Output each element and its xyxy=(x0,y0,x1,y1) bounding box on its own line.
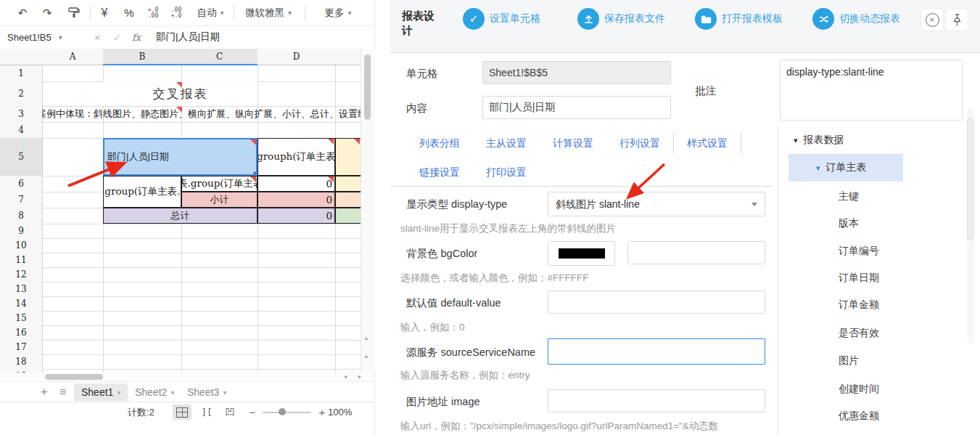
tree-field-create-time[interactable]: 创建时间 xyxy=(839,383,879,396)
undo-button[interactable]: ↶ xyxy=(13,0,32,25)
row-header[interactable]: 17 xyxy=(0,340,43,354)
row-header[interactable]: 9 xyxy=(0,224,43,238)
row-header[interactable]: 12 xyxy=(0,267,43,282)
tree-field-order-amount[interactable]: 订单金额 xyxy=(839,298,879,312)
scroll-up-icon[interactable]: ▴ xyxy=(365,335,368,341)
zoom-out-button[interactable]: − xyxy=(245,404,260,420)
tree-field-image[interactable]: 图片 xyxy=(839,354,859,367)
sheet-tab-1[interactable]: Sheet1▾ xyxy=(74,383,128,401)
freeze-button[interactable]: 凹 xyxy=(221,404,239,420)
tab-print-settings[interactable]: 打印设置 xyxy=(473,161,540,183)
sheet-tab-3[interactable]: Sheet3▾ xyxy=(180,383,234,401)
column-header[interactable]: A xyxy=(42,49,104,65)
zoom-slider-track[interactable] xyxy=(263,412,310,413)
cell-grandtotal[interactable]: 总计 xyxy=(103,208,258,224)
scrollbar-thumb[interactable] xyxy=(364,54,371,120)
tab-calc-settings[interactable]: 计算设置 xyxy=(540,132,606,154)
row-header[interactable]: 1 xyxy=(0,65,43,81)
tab-link-settings[interactable]: 链接设置 xyxy=(406,161,473,183)
decrease-decimal-button[interactable]: .00+.0 xyxy=(165,0,187,25)
row-header[interactable]: 16 xyxy=(0,325,43,340)
default-value-input[interactable] xyxy=(548,290,765,314)
bgcolor-swatch[interactable] xyxy=(548,241,615,266)
toggle-dynamic-report-button[interactable]: 切换动态报表 xyxy=(812,8,900,30)
row-header[interactable]: 2 xyxy=(0,81,43,106)
tree-field-order-date[interactable]: 订单日期 xyxy=(839,272,879,285)
cell-d8[interactable]: 0 xyxy=(258,208,335,224)
row-header[interactable]: 11 xyxy=(0,253,43,267)
cancel-entry-button[interactable]: × xyxy=(94,25,101,49)
number-format-dropdown[interactable]: 自动▾ xyxy=(190,0,231,25)
sheet-tab-2[interactable]: Sheet2▾ xyxy=(128,383,181,401)
cell-note[interactable]: 案例中体现：斜线图片、静态图片、横向扩展、纵向扩展、小计、总计、设置组 xyxy=(42,106,361,122)
row-header[interactable]: 10 xyxy=(0,238,43,253)
open-template-button[interactable]: 打开报表模板 xyxy=(695,8,783,30)
tree-field-discount[interactable]: 优惠金额 xyxy=(839,410,879,423)
cell-e7[interactable] xyxy=(335,192,361,208)
tab-list-group[interactable]: 列表分组 xyxy=(406,132,473,154)
row-header[interactable]: 6 xyxy=(0,176,43,192)
row-header[interactable]: 8 xyxy=(0,208,43,224)
row-header[interactable]: 7 xyxy=(0,192,43,208)
confirm-entry-button[interactable]: ✓ xyxy=(113,25,121,49)
cell-address-input[interactable] xyxy=(482,61,671,84)
column-header[interactable]: D xyxy=(258,49,336,65)
source-service-input[interactable] xyxy=(548,338,765,365)
currency-format-button[interactable]: ¥ xyxy=(94,0,115,25)
add-sheet-button[interactable]: + xyxy=(36,383,52,401)
row-header[interactable]: 18 xyxy=(0,354,43,369)
formula-input[interactable]: 部门|人员|日期 xyxy=(156,25,220,49)
row-header[interactable]: 5 xyxy=(0,138,43,176)
tree-field-version[interactable]: 版本 xyxy=(839,217,859,230)
tab-rowcol-settings[interactable]: 行列设置 xyxy=(606,132,673,154)
column-split-button[interactable]: ][ xyxy=(197,404,216,420)
more-menu-button[interactable]: 更多▾ xyxy=(318,0,358,25)
grid-view-button[interactable] xyxy=(173,404,192,420)
cell-subtotal[interactable]: 小计 xyxy=(181,192,258,208)
content-input[interactable] xyxy=(482,96,671,119)
fx-icon[interactable]: fx xyxy=(132,25,141,49)
tree-root-report-data[interactable]: ▾报表数据 xyxy=(794,134,844,147)
increase-decimal-button[interactable]: +.0.00 xyxy=(142,0,164,25)
save-report-button[interactable]: 保存报表文件 xyxy=(577,8,665,30)
corner-header[interactable] xyxy=(0,49,43,65)
tab-style-settings[interactable]: 样式设置 xyxy=(673,132,741,154)
zoom-in-button[interactable]: + xyxy=(315,404,329,420)
selection-fill-handle[interactable] xyxy=(252,171,258,176)
zoom-slider-handle[interactable] xyxy=(279,408,286,415)
tree-field-primary-key[interactable]: 主键 xyxy=(839,190,859,203)
cell-d5[interactable]: grouph(订单主表. xyxy=(258,138,335,176)
sheet-grid[interactable]: 1 2 3 4 5 6 7 8 9 10 11 12 13 14 15 16 1… xyxy=(0,49,361,373)
selected-cell-b5[interactable]: 部门|人员|日期 xyxy=(103,138,258,176)
column-header[interactable]: C xyxy=(181,49,258,65)
row-header[interactable]: 3 xyxy=(0,106,43,122)
row-header[interactable]: 13 xyxy=(0,282,43,296)
cell-b6-merged[interactable]: .group(订单主表.部 xyxy=(103,176,181,208)
scroll-down-icon[interactable]: ▾ xyxy=(365,354,368,360)
cell-c6[interactable]: 表.group(订单主表 xyxy=(181,176,258,192)
cell-e8[interactable] xyxy=(335,208,361,224)
percent-format-button[interactable]: % xyxy=(119,0,139,25)
tree-field-order-no[interactable]: 订单编号 xyxy=(839,245,879,258)
set-cell-button[interactable]: ✓ 设置单元格 xyxy=(463,8,540,30)
vertical-scrollbar[interactable]: ▴ ▾ xyxy=(361,49,375,373)
cell-d6[interactable]: 0 xyxy=(258,176,335,192)
row-header[interactable]: 4 xyxy=(0,122,43,138)
tree-field-is-valid[interactable]: 是否有效 xyxy=(839,327,879,340)
redo-button[interactable]: ↷ xyxy=(38,0,57,25)
bgcolor-input[interactable] xyxy=(627,241,765,264)
font-family-dropdown[interactable]: 微软雅黑▾ xyxy=(239,0,297,25)
format-painter-button[interactable] xyxy=(64,0,84,25)
scrollbar-thumb[interactable] xyxy=(45,374,103,380)
tree-node-order-table[interactable]: ▾订单主表 xyxy=(788,154,903,182)
cell-name-box[interactable]: Sheet1!B5▾ xyxy=(7,25,62,49)
horizontal-scrollbar[interactable]: ◂ ▸ xyxy=(0,373,374,381)
close-panel-button[interactable]: × xyxy=(921,8,944,31)
pin-panel-button[interactable] xyxy=(945,8,968,31)
sheet-menu-button[interactable]: ≡ xyxy=(55,383,70,401)
image-url-input[interactable] xyxy=(548,389,765,412)
display-type-select[interactable]: 斜线图片 slant-line xyxy=(548,192,765,216)
tab-master-detail[interactable]: 主从设置 xyxy=(473,132,540,154)
comment-textarea[interactable]: display-type:slant-line xyxy=(780,60,963,121)
column-header[interactable] xyxy=(335,49,361,65)
